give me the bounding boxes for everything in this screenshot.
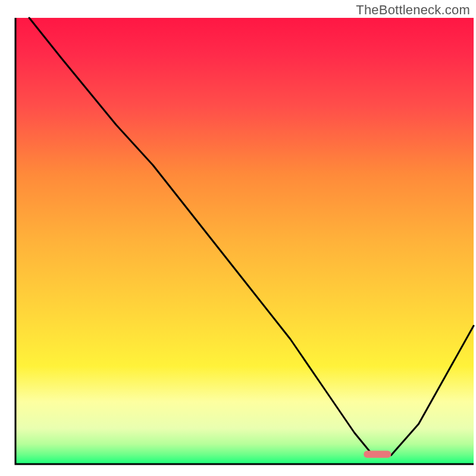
bottleneck-chart	[0, 0, 476, 476]
chart-container: TheBottleneck.com	[0, 0, 476, 476]
watermark-text: TheBottleneck.com	[356, 2, 470, 18]
optimal-range-marker	[364, 451, 391, 458]
